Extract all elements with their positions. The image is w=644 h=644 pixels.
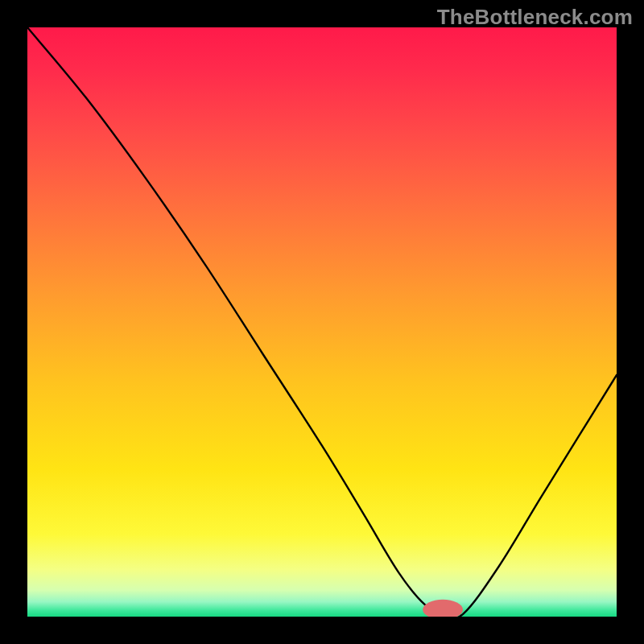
- watermark-text: TheBottleneck.com: [437, 5, 633, 30]
- gradient-background: [27, 27, 617, 617]
- chart-frame: TheBottleneck.com: [0, 0, 644, 644]
- chart-svg: [27, 27, 617, 617]
- plot-area: [27, 27, 617, 617]
